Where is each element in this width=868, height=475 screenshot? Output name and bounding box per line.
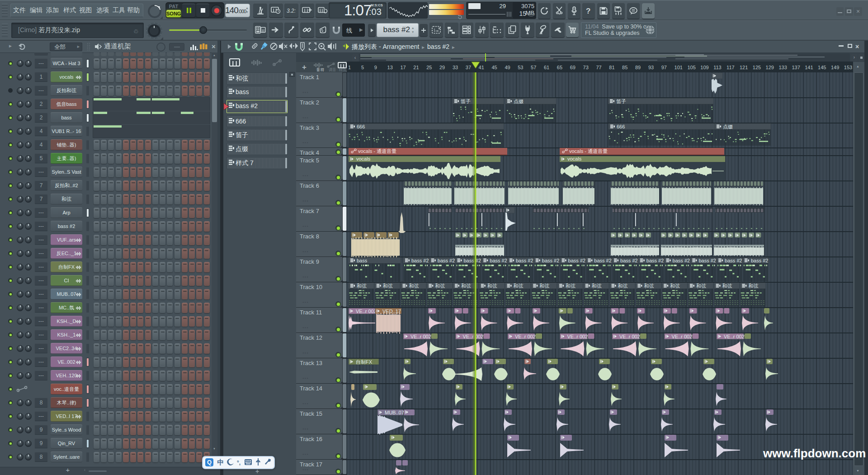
svg-text:129: 129 — [766, 65, 774, 70]
svg-text:97: 97 — [661, 65, 667, 70]
svg-text:105: 105 — [688, 65, 696, 70]
svg-text:自制FX: 自制FX — [356, 359, 373, 365]
svg-text:149: 149 — [831, 65, 839, 70]
svg-text:VE..r 002: VE..r 002 — [672, 334, 693, 339]
svg-text:3.2:: 3.2: — [287, 8, 296, 14]
svg-text:89: 89 — [635, 65, 641, 70]
svg-text:666: 666 — [617, 124, 625, 129]
svg-text:13: 13 — [387, 65, 393, 70]
svg-text:137: 137 — [792, 65, 800, 70]
svg-text:666: 666 — [357, 124, 365, 129]
svg-text:57: 57 — [531, 65, 536, 70]
svg-text:145: 145 — [818, 65, 826, 70]
svg-text:VE..r 002: VE..r 002 — [356, 309, 377, 314]
svg-text:21: 21 — [413, 65, 419, 70]
svg-text:vocals - 通道音量: vocals - 通道音量 — [569, 148, 608, 154]
svg-text:笛子: 笛子 — [616, 99, 626, 104]
svg-text:45: 45 — [492, 65, 497, 70]
svg-text:61: 61 — [544, 65, 549, 70]
svg-text:141: 141 — [805, 65, 813, 70]
svg-text:bass: bass — [357, 258, 368, 263]
svg-text:77: 77 — [596, 65, 601, 70]
svg-text:133: 133 — [779, 65, 787, 70]
svg-text:41: 41 — [479, 65, 484, 70]
svg-text:73: 73 — [583, 65, 589, 70]
svg-text:MUB..07: MUB..07 — [385, 410, 404, 415]
svg-text:vocals: vocals — [567, 156, 582, 162]
svg-text:25: 25 — [426, 65, 432, 70]
svg-text:49: 49 — [505, 65, 510, 70]
svg-text:53: 53 — [518, 65, 523, 70]
svg-text:37: 37 — [466, 65, 471, 70]
svg-text:69: 69 — [570, 65, 576, 70]
svg-text:81: 81 — [609, 65, 614, 70]
svg-text:VE..r 002: VE..r 002 — [410, 334, 431, 339]
svg-text:点缀: 点缀 — [723, 124, 733, 129]
svg-text:113: 113 — [713, 65, 722, 70]
svg-text:VE..r 002: VE..r 002 — [567, 334, 588, 339]
svg-text:VE..r 002: VE..r 002 — [724, 334, 745, 339]
svg-text:点缀: 点缀 — [514, 99, 524, 104]
svg-text:153: 153 — [844, 65, 852, 70]
svg-text:VE..r 002: VE..r 002 — [515, 334, 536, 339]
svg-text:109: 109 — [700, 65, 708, 70]
svg-text:121: 121 — [740, 65, 748, 70]
svg-text:101: 101 — [675, 65, 683, 70]
svg-text:vocals: vocals — [356, 156, 371, 162]
svg-text:?: ? — [586, 7, 590, 15]
svg-text:29: 29 — [439, 65, 445, 70]
svg-text:9: 9 — [374, 65, 377, 70]
svg-text:5: 5 — [361, 65, 364, 70]
svg-text:85: 85 — [622, 65, 627, 70]
svg-text:1: 1 — [348, 65, 351, 70]
svg-text:33: 33 — [453, 65, 458, 70]
svg-text:笛子: 笛子 — [461, 99, 471, 104]
svg-text:bass #2: bass #2 — [411, 258, 429, 263]
svg-text:117: 117 — [726, 65, 735, 70]
svg-text:VED..17: VED..17 — [382, 309, 401, 314]
svg-text:17: 17 — [401, 65, 406, 70]
svg-text:vocals - 通道音量: vocals - 通道音量 — [358, 148, 396, 154]
svg-text:和弦: 和弦 — [357, 283, 367, 289]
svg-text:VE..r 002: VE..r 002 — [619, 334, 640, 339]
svg-text:65: 65 — [557, 65, 562, 70]
svg-text:93: 93 — [648, 65, 654, 70]
svg-text:125: 125 — [753, 65, 761, 70]
